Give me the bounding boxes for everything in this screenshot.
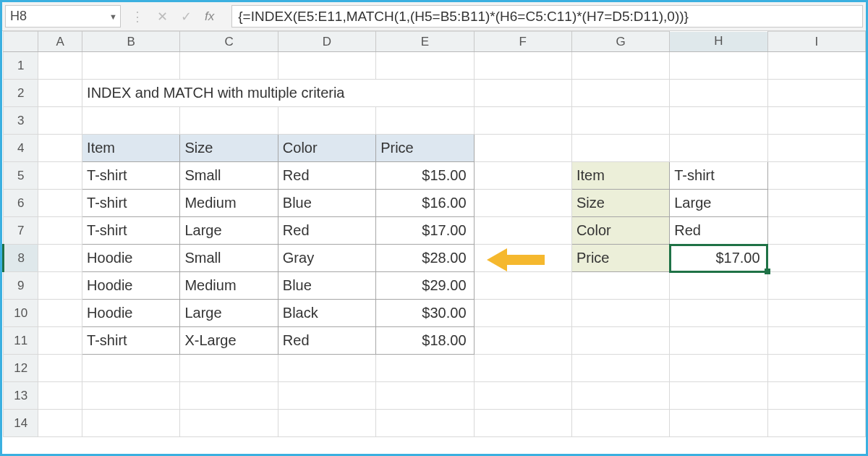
row-header-4[interactable]: 4	[4, 135, 38, 162]
cell[interactable]	[180, 107, 278, 135]
cell[interactable]	[767, 135, 865, 162]
cell-D10[interactable]: Black	[278, 300, 375, 327]
cell-B5[interactable]: T-shirt	[82, 162, 180, 190]
cell-C7[interactable]: Large	[180, 217, 278, 245]
cell[interactable]	[767, 327, 865, 355]
cell[interactable]	[767, 410, 865, 437]
lookup-value-size[interactable]: Large	[670, 190, 767, 217]
cell[interactable]	[670, 355, 767, 382]
cell[interactable]	[670, 327, 767, 355]
cell[interactable]	[474, 300, 571, 327]
cell[interactable]	[376, 355, 474, 382]
name-box-dropdown-icon[interactable]: ▼	[109, 12, 117, 21]
table1-header-item[interactable]: Item	[82, 135, 180, 162]
cell[interactable]	[474, 162, 571, 190]
cell[interactable]	[571, 52, 669, 80]
lookup-label-price[interactable]: Price	[571, 245, 669, 272]
col-header-I[interactable]: I	[767, 32, 865, 52]
cell[interactable]	[571, 107, 669, 135]
cell[interactable]	[571, 382, 669, 410]
cell[interactable]	[474, 382, 571, 410]
cell[interactable]	[670, 135, 767, 162]
cell[interactable]	[571, 135, 669, 162]
page-title[interactable]: INDEX and MATCH with multiple criteria	[82, 80, 474, 107]
cell[interactable]	[82, 382, 180, 410]
cell[interactable]	[278, 382, 375, 410]
lookup-label-color[interactable]: Color	[571, 217, 669, 245]
cell-C8[interactable]: Small	[180, 245, 278, 272]
col-header-D[interactable]: D	[278, 32, 375, 52]
cell[interactable]	[38, 107, 82, 135]
cell-C6[interactable]: Medium	[180, 190, 278, 217]
cell[interactable]	[82, 52, 180, 80]
cell[interactable]	[376, 382, 474, 410]
table1-header-color[interactable]: Color	[278, 135, 375, 162]
cell[interactable]	[767, 382, 865, 410]
cell[interactable]	[474, 135, 571, 162]
cell[interactable]	[38, 410, 82, 437]
cell-B10[interactable]: Hoodie	[82, 300, 180, 327]
row-header-2[interactable]: 2	[4, 80, 38, 107]
row-header-3[interactable]: 3	[4, 107, 38, 135]
cell-E5[interactable]: $15.00	[376, 162, 474, 190]
row-header-8[interactable]: 8	[4, 245, 38, 272]
cell-C11[interactable]: X-Large	[180, 327, 278, 355]
cell[interactable]	[474, 52, 571, 80]
cell[interactable]	[38, 52, 82, 80]
lookup-value-color[interactable]: Red	[670, 217, 767, 245]
cell[interactable]	[767, 80, 865, 107]
cell[interactable]	[38, 382, 82, 410]
cell-B7[interactable]: T-shirt	[82, 217, 180, 245]
cell[interactable]	[180, 355, 278, 382]
cell[interactable]	[82, 355, 180, 382]
cell[interactable]	[474, 327, 571, 355]
cell[interactable]	[670, 410, 767, 437]
cell[interactable]	[767, 162, 865, 190]
cell[interactable]	[474, 80, 571, 107]
cell[interactable]	[670, 52, 767, 80]
worksheet[interactable]: A B C D E F G H I 1 2	[2, 31, 866, 437]
cell[interactable]	[767, 190, 865, 217]
cell[interactable]	[376, 410, 474, 437]
lookup-value-price-selected[interactable]: $17.00	[670, 245, 767, 272]
cell-D11[interactable]: Red	[278, 327, 375, 355]
cell[interactable]	[474, 217, 571, 245]
cell-B6[interactable]: T-shirt	[82, 190, 180, 217]
row-header-10[interactable]: 10	[4, 300, 38, 327]
cell-E6[interactable]: $16.00	[376, 190, 474, 217]
cancel-icon[interactable]: ✕	[157, 9, 168, 25]
col-header-B[interactable]: B	[82, 32, 180, 52]
cell[interactable]	[38, 80, 82, 107]
cell[interactable]	[474, 245, 571, 272]
cell[interactable]	[571, 272, 669, 300]
row-header-13[interactable]: 13	[4, 382, 38, 410]
cell-E10[interactable]: $30.00	[376, 300, 474, 327]
cell-D8[interactable]: Gray	[278, 245, 375, 272]
cell-E8[interactable]: $28.00	[376, 245, 474, 272]
cell[interactable]	[38, 135, 82, 162]
cell[interactable]	[767, 52, 865, 80]
cell-E9[interactable]: $29.00	[376, 272, 474, 300]
cell-B8[interactable]: Hoodie	[82, 245, 180, 272]
col-header-E[interactable]: E	[376, 32, 474, 52]
row-header-6[interactable]: 6	[4, 190, 38, 217]
dots-icon[interactable]: ⋮	[131, 9, 144, 25]
cell-D5[interactable]: Red	[278, 162, 375, 190]
cell-D9[interactable]: Blue	[278, 272, 375, 300]
cell[interactable]	[376, 107, 474, 135]
cell[interactable]	[474, 355, 571, 382]
enter-icon[interactable]: ✓	[181, 9, 192, 25]
row-header-5[interactable]: 5	[4, 162, 38, 190]
cell[interactable]	[180, 52, 278, 80]
cell[interactable]	[670, 107, 767, 135]
cell[interactable]	[278, 410, 375, 437]
table1-header-size[interactable]: Size	[180, 135, 278, 162]
cell[interactable]	[767, 107, 865, 135]
cell[interactable]	[571, 355, 669, 382]
lookup-label-item[interactable]: Item	[571, 162, 669, 190]
cell[interactable]	[767, 355, 865, 382]
fx-label[interactable]: fx	[205, 9, 221, 24]
cell[interactable]	[180, 410, 278, 437]
cell[interactable]	[38, 245, 82, 272]
formula-input[interactable]: {=INDEX(E5:E11,MATCH(1,(H5=B5:B11)*(H6=C…	[231, 5, 863, 28]
